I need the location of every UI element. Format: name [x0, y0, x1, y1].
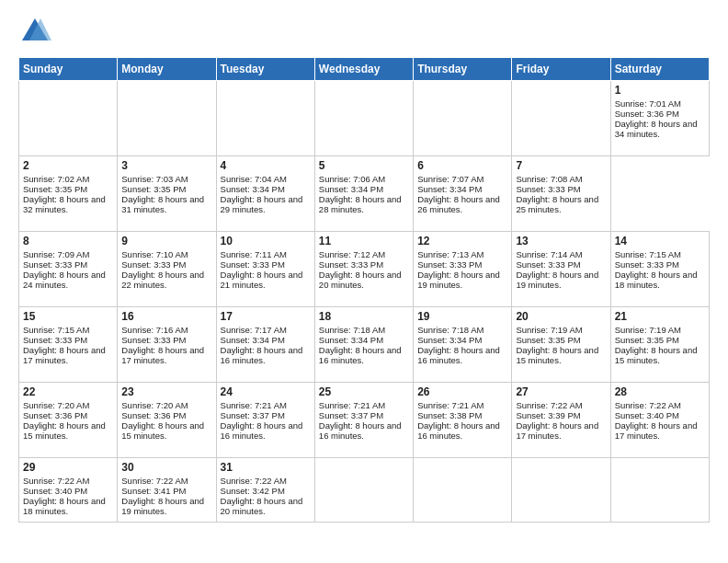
calendar-table: SundayMondayTuesdayWednesdayThursdayFrid… — [18, 57, 710, 523]
logo — [18, 15, 57, 48]
day-number: 12 — [417, 235, 507, 247]
calendar-cell — [414, 81, 512, 156]
daylight-label: Daylight: 8 hours and 18 minutes. — [23, 496, 106, 516]
daylight-label: Daylight: 8 hours and 16 minutes. — [221, 420, 303, 441]
calendar-cell: 4 Sunrise: 7:04 AM Sunset: 3:34 PM Dayli… — [216, 156, 314, 232]
sunrise-label: Sunrise: 7:22 AM — [23, 476, 89, 486]
daylight-label: Daylight: 8 hours and 19 minutes. — [121, 496, 204, 516]
calendar-cell: 30 Sunrise: 7:22 AM Sunset: 3:41 PM Dayl… — [118, 458, 216, 523]
day-number: 16 — [121, 310, 211, 323]
calendar-week-0: 1 Sunrise: 7:01 AM Sunset: 3:36 PM Dayli… — [19, 81, 710, 156]
daylight-label: Daylight: 8 hours and 17 minutes. — [23, 345, 106, 365]
daylight-label: Daylight: 8 hours and 34 minutes. — [615, 119, 698, 139]
calendar-cell: 18 Sunrise: 7:18 AM Sunset: 3:34 PM Dayl… — [314, 307, 413, 383]
day-number: 1 — [615, 84, 705, 97]
sunrise-label: Sunrise: 7:22 AM — [121, 476, 188, 486]
daylight-label: Daylight: 8 hours and 19 minutes. — [516, 270, 598, 290]
calendar-cell — [512, 458, 610, 523]
daylight-label: Daylight: 8 hours and 22 minutes. — [121, 270, 204, 290]
sunrise-label: Sunrise: 7:16 AM — [121, 325, 188, 335]
calendar-cell: 2 Sunrise: 7:02 AM Sunset: 3:35 PM Dayli… — [19, 156, 118, 232]
day-number: 11 — [319, 235, 409, 247]
sunset-label: Sunset: 3:36 PM — [615, 109, 679, 119]
col-header-monday: Monday — [118, 58, 216, 81]
sunrise-label: Sunrise: 7:09 AM — [23, 249, 89, 259]
daylight-label: Daylight: 8 hours and 24 minutes. — [23, 270, 106, 290]
calendar-week-1: 2 Sunrise: 7:02 AM Sunset: 3:35 PM Dayli… — [19, 156, 710, 232]
sunset-label: Sunset: 3:39 PM — [516, 410, 580, 420]
sunset-label: Sunset: 3:33 PM — [615, 259, 679, 270]
calendar-cell — [19, 81, 118, 156]
day-number: 29 — [23, 461, 113, 474]
sunrise-label: Sunrise: 7:19 AM — [516, 325, 582, 335]
sunrise-label: Sunrise: 7:21 AM — [417, 400, 483, 410]
daylight-label: Daylight: 8 hours and 17 minutes. — [615, 420, 698, 441]
sunrise-label: Sunrise: 7:06 AM — [319, 174, 385, 184]
sunset-label: Sunset: 3:35 PM — [615, 335, 679, 345]
daylight-label: Daylight: 8 hours and 21 minutes. — [221, 270, 303, 290]
calendar-cell: 5 Sunrise: 7:06 AM Sunset: 3:34 PM Dayli… — [314, 156, 413, 232]
day-number: 18 — [319, 310, 409, 323]
sunset-label: Sunset: 3:35 PM — [516, 335, 580, 345]
calendar-cell: 12 Sunrise: 7:13 AM Sunset: 3:33 PM Dayl… — [414, 232, 512, 307]
calendar-cell: 14 Sunrise: 7:15 AM Sunset: 3:33 PM Dayl… — [610, 232, 709, 307]
day-number: 10 — [221, 235, 311, 247]
calendar-cell — [512, 81, 610, 156]
daylight-label: Daylight: 8 hours and 25 minutes. — [516, 194, 598, 214]
calendar-header-row: SundayMondayTuesdayWednesdayThursdayFrid… — [19, 58, 710, 81]
sunrise-label: Sunrise: 7:20 AM — [121, 400, 188, 410]
sunrise-label: Sunrise: 7:21 AM — [319, 400, 385, 410]
day-number: 17 — [221, 310, 311, 323]
calendar-cell: 29 Sunrise: 7:22 AM Sunset: 3:40 PM Dayl… — [19, 458, 118, 523]
sunset-label: Sunset: 3:33 PM — [417, 259, 482, 270]
logo-icon — [18, 15, 51, 48]
day-number: 31 — [221, 461, 311, 474]
day-number: 3 — [121, 159, 211, 172]
sunrise-label: Sunrise: 7:22 AM — [516, 400, 582, 410]
sunrise-label: Sunrise: 7:17 AM — [221, 325, 287, 335]
calendar-cell: 24 Sunrise: 7:21 AM Sunset: 3:37 PM Dayl… — [216, 383, 314, 458]
sunset-label: Sunset: 3:40 PM — [615, 410, 679, 420]
daylight-label: Daylight: 8 hours and 18 minutes. — [615, 270, 698, 290]
day-number: 5 — [319, 159, 409, 172]
daylight-label: Daylight: 8 hours and 16 minutes. — [417, 420, 500, 441]
sunset-label: Sunset: 3:36 PM — [23, 410, 87, 420]
sunrise-label: Sunrise: 7:20 AM — [23, 400, 89, 410]
calendar-cell: 8 Sunrise: 7:09 AM Sunset: 3:33 PM Dayli… — [19, 232, 118, 307]
calendar-week-2: 8 Sunrise: 7:09 AM Sunset: 3:33 PM Dayli… — [19, 232, 710, 307]
daylight-label: Daylight: 8 hours and 20 minutes. — [319, 270, 402, 290]
calendar-cell: 13 Sunrise: 7:14 AM Sunset: 3:33 PM Dayl… — [512, 232, 610, 307]
col-header-wednesday: Wednesday — [314, 58, 413, 81]
sunrise-label: Sunrise: 7:11 AM — [221, 249, 287, 259]
page: SundayMondayTuesdayWednesdayThursdayFrid… — [0, 0, 728, 563]
sunset-label: Sunset: 3:35 PM — [121, 184, 186, 194]
sunrise-label: Sunrise: 7:02 AM — [23, 174, 89, 184]
sunset-label: Sunset: 3:36 PM — [121, 410, 186, 420]
sunset-label: Sunset: 3:33 PM — [516, 259, 580, 270]
day-number: 21 — [615, 310, 705, 323]
sunset-label: Sunset: 3:33 PM — [516, 184, 580, 194]
calendar-cell: 23 Sunrise: 7:20 AM Sunset: 3:36 PM Dayl… — [118, 383, 216, 458]
day-number: 30 — [121, 461, 211, 474]
daylight-label: Daylight: 8 hours and 15 minutes. — [615, 345, 698, 365]
sunset-label: Sunset: 3:34 PM — [417, 184, 482, 194]
day-number: 19 — [417, 310, 507, 323]
sunrise-label: Sunrise: 7:22 AM — [615, 400, 681, 410]
calendar-cell: 17 Sunrise: 7:17 AM Sunset: 3:34 PM Dayl… — [216, 307, 314, 383]
calendar-cell: 10 Sunrise: 7:11 AM Sunset: 3:33 PM Dayl… — [216, 232, 314, 307]
day-number: 9 — [121, 235, 211, 247]
day-number: 7 — [516, 159, 606, 172]
daylight-label: Daylight: 8 hours and 16 minutes. — [417, 345, 500, 365]
day-number: 6 — [417, 159, 507, 172]
sunrise-label: Sunrise: 7:07 AM — [417, 174, 483, 184]
sunrise-label: Sunrise: 7:18 AM — [417, 325, 483, 335]
daylight-label: Daylight: 8 hours and 16 minutes. — [221, 345, 303, 365]
col-header-saturday: Saturday — [610, 58, 709, 81]
sunset-label: Sunset: 3:34 PM — [319, 184, 383, 194]
sunrise-label: Sunrise: 7:21 AM — [221, 400, 287, 410]
day-number: 23 — [121, 385, 211, 398]
day-number: 22 — [23, 385, 113, 398]
calendar-cell — [118, 81, 216, 156]
calendar-week-5: 29 Sunrise: 7:22 AM Sunset: 3:40 PM Dayl… — [19, 458, 710, 523]
day-number: 14 — [615, 235, 705, 247]
